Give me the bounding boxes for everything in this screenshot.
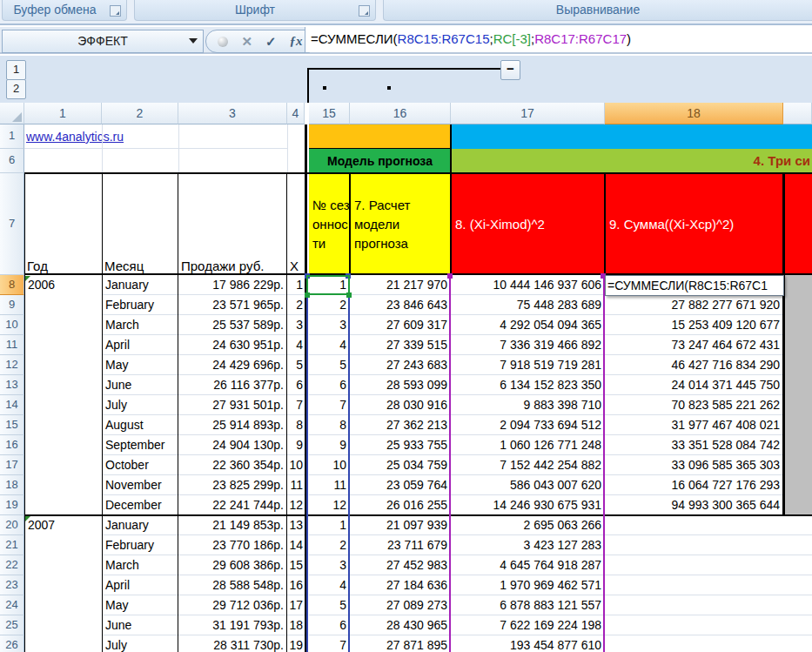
cell-r21-year[interactable]: [24, 535, 102, 555]
cancel-icon[interactable]: ✕: [241, 31, 252, 51]
cell-r14-sales[interactable]: 27 931 501р.: [178, 395, 287, 415]
cell-r18-month[interactable]: November: [102, 475, 178, 495]
cell-r20-year[interactable]: 2007: [24, 515, 102, 535]
cell-r10-sum[interactable]: 15 253 409 120 677: [605, 315, 783, 335]
cell-r9-year[interactable]: [24, 295, 102, 315]
cell-r10-season[interactable]: 3: [309, 315, 350, 335]
cell-r16-year[interactable]: [24, 435, 102, 455]
cell-r10-x[interactable]: 3: [287, 315, 305, 335]
cell-r16-sales[interactable]: 24 904 130р.: [178, 435, 287, 455]
cell-r16-season[interactable]: 9: [309, 435, 350, 455]
cell-r17-sq[interactable]: 7 152 442 254 882: [451, 455, 605, 475]
cell-r7-sum[interactable]: 9. Сумма((Xi-Xcp)^2): [605, 173, 812, 275]
cell-r12-sum[interactable]: 46 427 716 834 290: [605, 355, 783, 375]
cell-r13-month[interactable]: June: [102, 375, 178, 395]
cell-r9-sq[interactable]: 75 448 283 689: [451, 295, 605, 315]
cell-r7-month[interactable]: Месяц: [102, 173, 178, 275]
cell-r20-x[interactable]: 13: [287, 515, 305, 535]
cell-r25-sum[interactable]: [605, 615, 783, 635]
cell-r16-x[interactable]: 9: [287, 435, 305, 455]
cell-r24-x[interactable]: 17: [287, 595, 305, 615]
row-header-15[interactable]: 15: [0, 415, 24, 435]
cell-r26-x[interactable]: 19: [287, 635, 305, 652]
column-header-4[interactable]: 4: [287, 103, 305, 124]
cell-r25-sq[interactable]: 7 622 169 224 198: [451, 615, 605, 635]
website-hyperlink[interactable]: www.4analytics.ru: [26, 130, 124, 144]
cell-r15-year[interactable]: [24, 415, 102, 435]
cell-r15-month[interactable]: August: [102, 415, 178, 435]
cell-r11-year[interactable]: [24, 335, 102, 355]
select-all-corner[interactable]: [0, 103, 24, 124]
cell-r12-model[interactable]: 27 243 683: [350, 355, 451, 375]
collapse-group-button[interactable]: −: [500, 60, 520, 80]
column-header-partial[interactable]: [783, 103, 812, 124]
cell-r23-sum[interactable]: [605, 575, 783, 595]
cell-r19-season[interactable]: 12: [309, 495, 350, 515]
cell-r8-sales[interactable]: 17 986 229р.: [178, 275, 287, 295]
cell-r9-model[interactable]: 23 846 643: [350, 295, 451, 315]
row-header-18[interactable]: 18: [0, 475, 24, 495]
cell-r14-sq[interactable]: 9 883 398 710: [451, 395, 605, 415]
cell-r17-season[interactable]: 10: [309, 455, 350, 475]
cell-r18-model[interactable]: 23 059 764: [350, 475, 451, 495]
cell-r17-month[interactable]: October: [102, 455, 178, 475]
cell-r1-orange-band[interactable]: [309, 124, 451, 149]
column-header-3[interactable]: 3: [178, 103, 287, 124]
outline-level-2-button[interactable]: 2: [6, 79, 26, 99]
cell-r21-model[interactable]: 23 711 679: [350, 535, 451, 555]
cell-r6[interactable]: [24, 149, 103, 173]
cell-r25-sales[interactable]: 31 191 793р.: [178, 615, 287, 635]
cell-r13-sum[interactable]: 24 014 371 445 750: [605, 375, 783, 395]
cell-r18-x[interactable]: 11: [287, 475, 305, 495]
cell-r7-sq[interactable]: 8. (Xi-Ximod)^2: [451, 173, 605, 275]
cell-r15-x[interactable]: 8: [287, 415, 305, 435]
cell-r25-c19[interactable]: [783, 615, 812, 635]
cell-r21-sales[interactable]: 23 770 186р.: [178, 535, 287, 555]
row-header-13[interactable]: 13: [0, 375, 24, 395]
cell-r13-season[interactable]: 6: [309, 375, 350, 395]
cell-r17-year[interactable]: [24, 455, 102, 475]
cell-r18-year[interactable]: [24, 475, 102, 495]
cell-r24-sq[interactable]: 6 878 883 121 557: [451, 595, 605, 615]
cell-r12-year[interactable]: [24, 355, 102, 375]
active-cell-edit-box[interactable]: =СУММЕСЛИ(R8C15:R67C1: [605, 275, 784, 296]
cell-r25-model[interactable]: 28 430 965: [350, 615, 451, 635]
cell-r9-sum[interactable]: 27 882 277 671 920: [605, 295, 783, 315]
cell-r26-sales[interactable]: 28 311 730р.: [178, 635, 287, 652]
column-header-15[interactable]: 15: [309, 103, 350, 124]
cell-r23-month[interactable]: April: [102, 575, 178, 595]
cell-r20-model[interactable]: 21 097 939: [350, 515, 451, 535]
cell-r21-month[interactable]: February: [102, 535, 178, 555]
cell-r11-model[interactable]: 27 339 515: [350, 335, 451, 355]
cell-r6-section-label[interactable]: 4. Три си: [451, 149, 812, 173]
column-header-18[interactable]: 18: [605, 103, 783, 124]
cell-r25-month[interactable]: June: [102, 615, 178, 635]
cell-r22-c19[interactable]: [783, 555, 812, 575]
cell-r1-cyan-band[interactable]: [451, 124, 812, 149]
cell-r24-c19[interactable]: [783, 595, 812, 615]
cell-r15-model[interactable]: 27 362 213: [350, 415, 451, 435]
cell-r22-year[interactable]: [24, 555, 102, 575]
cell-r12-x[interactable]: 5: [287, 355, 305, 375]
cell-r17-sales[interactable]: 22 360 354р.: [178, 455, 287, 475]
cell-r19-model[interactable]: 26 016 255: [350, 495, 451, 515]
cell-r22-sum[interactable]: [605, 555, 783, 575]
cell-r18-season[interactable]: 11: [309, 475, 350, 495]
cell-r8-month[interactable]: January: [102, 275, 178, 295]
insert-function-icon[interactable]: ƒx: [289, 31, 302, 51]
cell-r14-year[interactable]: [24, 395, 102, 415]
cell-r8-year[interactable]: 2006: [24, 275, 102, 295]
cell-r11-x[interactable]: 4: [287, 335, 305, 355]
row-header-12[interactable]: 12: [0, 355, 24, 375]
cell-r6[interactable]: [102, 149, 179, 173]
cell-r17-x[interactable]: 10: [287, 455, 305, 475]
cell-r14-sum[interactable]: 70 823 585 221 262: [605, 395, 783, 415]
cell-r16-sq[interactable]: 1 060 126 771 248: [451, 435, 605, 455]
cell-r11-month[interactable]: April: [102, 335, 178, 355]
cell-r11-sq[interactable]: 7 336 319 466 892: [451, 335, 605, 355]
row-header-8[interactable]: 8: [0, 275, 24, 295]
cell-r22-season[interactable]: 3: [309, 555, 350, 575]
cell-r23-year[interactable]: [24, 575, 102, 595]
cell-r9-x[interactable]: 2: [287, 295, 305, 315]
cell-r19-year[interactable]: [24, 495, 102, 515]
